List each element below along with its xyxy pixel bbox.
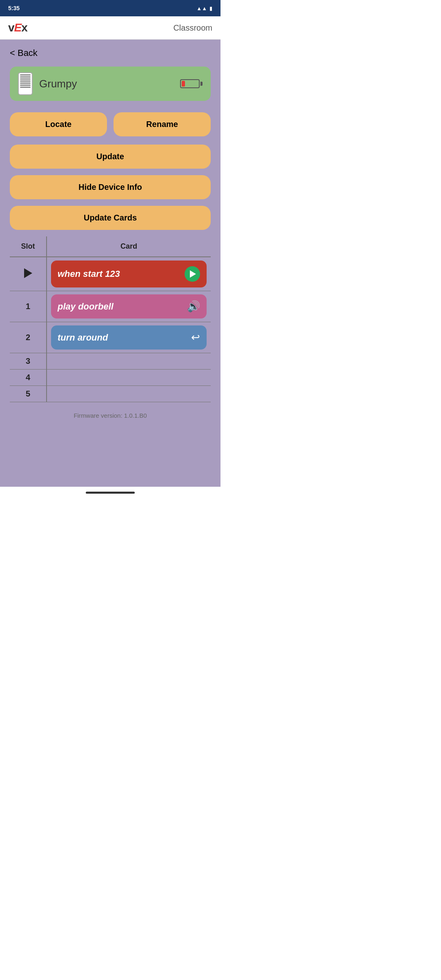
update-cards-button[interactable]: Update Cards bbox=[10, 206, 211, 230]
slot-cell: 3 bbox=[10, 353, 47, 370]
rename-button[interactable]: Rename bbox=[114, 112, 211, 136]
card-cell bbox=[47, 386, 211, 402]
locate-button[interactable]: Locate bbox=[10, 112, 107, 136]
card-pill-0[interactable]: when start 123 bbox=[51, 261, 207, 287]
robot-name: Grumpy bbox=[39, 78, 77, 90]
status-icons: ▲▲ ▮ bbox=[196, 5, 212, 11]
robot-card: Grumpy bbox=[10, 67, 211, 101]
card-cell[interactable]: when start 123 bbox=[47, 257, 211, 291]
status-time: 5:35 bbox=[8, 5, 20, 11]
robot-icon bbox=[18, 72, 33, 95]
home-indicator bbox=[86, 492, 135, 494]
wifi-icon: ▲▲ bbox=[196, 5, 207, 11]
play-slot-icon[interactable] bbox=[24, 268, 32, 278]
card-icon bbox=[185, 266, 200, 282]
slot-cell: 2 bbox=[10, 322, 47, 353]
vex-logo: vEx bbox=[8, 21, 27, 34]
main-content: < Back Grumpy bbox=[0, 40, 220, 487]
table-row[interactable]: when start 123 bbox=[10, 257, 211, 291]
hide-device-info-button[interactable]: Hide Device Info bbox=[10, 175, 211, 199]
card-pill-1[interactable]: play doorbell🔊 bbox=[51, 294, 207, 318]
slot-cell: 5 bbox=[10, 386, 47, 402]
slot-cell: 1 bbox=[10, 291, 47, 322]
classroom-label: Classroom bbox=[173, 23, 212, 33]
card-pill-2[interactable]: turn around↩ bbox=[51, 325, 207, 350]
back-button[interactable]: < Back bbox=[10, 48, 38, 58]
locate-rename-row: Locate Rename bbox=[10, 112, 211, 136]
update-button[interactable]: Update bbox=[10, 145, 211, 169]
card-cell bbox=[47, 370, 211, 386]
table-row[interactable]: 2turn around↩ bbox=[10, 322, 211, 353]
battery-icon-status: ▮ bbox=[209, 5, 212, 11]
table-row: 5 bbox=[10, 386, 211, 402]
card-label: play doorbell bbox=[58, 301, 114, 312]
card-cell[interactable]: turn around↩ bbox=[47, 322, 211, 353]
card-cell bbox=[47, 353, 211, 370]
card-label: when start 123 bbox=[58, 269, 120, 279]
card-label: turn around bbox=[58, 332, 108, 343]
col-card: Card bbox=[47, 236, 211, 257]
play-triangle-icon bbox=[190, 270, 196, 278]
header: vEx Classroom bbox=[0, 16, 220, 40]
robot-info: Grumpy bbox=[18, 72, 77, 95]
battery-display bbox=[180, 79, 203, 88]
table-row[interactable]: 1play doorbell🔊 bbox=[10, 291, 211, 322]
slot-cell: 4 bbox=[10, 370, 47, 386]
slot-cell bbox=[10, 257, 47, 291]
card-cell[interactable]: play doorbell🔊 bbox=[47, 291, 211, 322]
firmware-text: Firmware version: 1.0.1.B0 bbox=[10, 402, 211, 423]
table-row: 4 bbox=[10, 370, 211, 386]
cards-table: Slot Card when start 1231play doorbell🔊2… bbox=[10, 236, 211, 402]
status-bar: 5:35 ▲▲ ▮ bbox=[0, 0, 220, 16]
card-icon: 🔊 bbox=[187, 300, 200, 313]
card-icon: ↩ bbox=[191, 331, 200, 344]
col-slot: Slot bbox=[10, 236, 47, 257]
table-row: 3 bbox=[10, 353, 211, 370]
